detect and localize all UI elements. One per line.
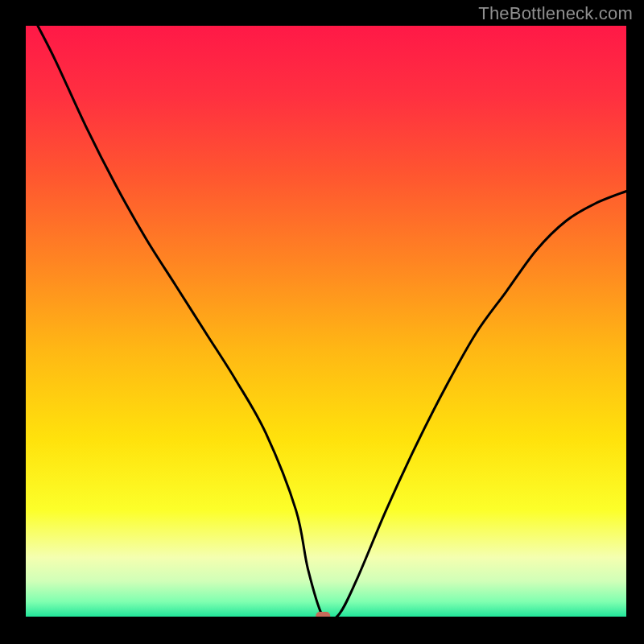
gradient-background (26, 26, 626, 617)
optimum-marker (316, 612, 330, 617)
watermark-text: TheBottleneck.com (478, 3, 633, 24)
plot-area (26, 26, 626, 617)
chart-frame: TheBottleneck.com (0, 0, 644, 644)
plot-svg (26, 26, 626, 617)
